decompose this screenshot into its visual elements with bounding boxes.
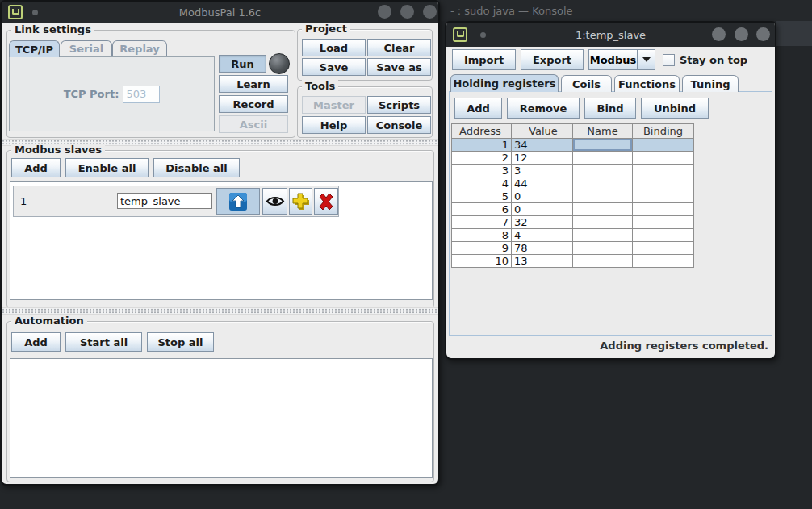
bind-button[interactable]: Bind xyxy=(584,98,636,119)
register-address-cell[interactable]: 6 xyxy=(452,203,512,216)
register-address-cell[interactable]: 4 xyxy=(452,177,512,190)
register-value-cell[interactable]: 12 xyxy=(512,152,573,165)
register-value-cell[interactable]: 13 xyxy=(512,255,573,268)
learn-button[interactable]: Learn xyxy=(219,75,288,93)
load-button[interactable]: Load xyxy=(302,39,366,56)
remove-register-button[interactable]: Remove xyxy=(507,98,580,119)
register-address-cell[interactable]: 5 xyxy=(452,190,512,203)
table-row[interactable]: 84 xyxy=(452,229,694,242)
column-header-value[interactable]: Value xyxy=(512,124,573,139)
automation-list[interactable] xyxy=(10,358,433,478)
duplicate-slave-button[interactable] xyxy=(289,188,312,215)
maximize-button[interactable] xyxy=(735,27,748,41)
scripts-button[interactable]: Scripts xyxy=(367,96,431,114)
import-button[interactable]: Import xyxy=(452,49,516,70)
export-button[interactable]: Export xyxy=(521,49,584,70)
minimize-button[interactable] xyxy=(378,5,391,19)
close-button[interactable] xyxy=(423,5,437,19)
register-binding-cell[interactable] xyxy=(633,177,694,190)
tab-holding-registers[interactable]: Holding registers xyxy=(450,74,559,92)
maximize-button[interactable] xyxy=(400,5,414,19)
slave-enabled-toggle[interactable] xyxy=(216,188,260,215)
table-row[interactable]: 1013 xyxy=(452,255,694,268)
add-slave-button[interactable]: Add xyxy=(11,158,61,177)
register-binding-cell[interactable] xyxy=(633,190,694,203)
delete-slave-button[interactable] xyxy=(314,188,338,215)
register-name-cell[interactable] xyxy=(573,242,633,255)
register-name-cell[interactable] xyxy=(573,203,633,216)
tab-tcpip[interactable]: TCP/IP xyxy=(9,40,60,57)
register-name-cell[interactable] xyxy=(573,216,633,229)
register-binding-cell[interactable] xyxy=(633,152,694,165)
implementation-combobox[interactable]: Modbus xyxy=(588,49,638,70)
register-name-cell[interactable] xyxy=(573,190,633,203)
register-address-cell[interactable]: 9 xyxy=(452,242,512,255)
register-value-cell[interactable]: 78 xyxy=(512,242,573,255)
slave-name-input[interactable] xyxy=(117,193,212,209)
register-binding-cell[interactable] xyxy=(633,165,694,177)
clear-button[interactable]: Clear xyxy=(367,39,431,56)
console-button[interactable]: Console xyxy=(367,116,431,134)
modbuspal-titlebar[interactable]: ModbusPal 1.6c xyxy=(2,2,438,23)
register-value-cell[interactable]: 32 xyxy=(512,216,573,229)
slave-titlebar[interactable]: 1:temp_slave xyxy=(446,23,775,47)
stay-on-top-checkbox[interactable] xyxy=(663,54,675,66)
slave-row[interactable]: 1 xyxy=(13,186,339,217)
register-address-cell[interactable]: 10 xyxy=(452,255,512,268)
tab-functions[interactable]: Functions xyxy=(614,75,680,92)
register-address-cell[interactable]: 3 xyxy=(452,165,512,177)
table-row[interactable]: 732 xyxy=(452,216,694,229)
register-name-cell[interactable] xyxy=(573,165,633,177)
combobox-arrow-button[interactable] xyxy=(637,49,655,70)
minimize-button[interactable] xyxy=(712,27,726,41)
register-binding-cell[interactable] xyxy=(633,139,694,152)
register-value-cell[interactable]: 0 xyxy=(512,190,573,203)
register-name-cell[interactable] xyxy=(573,255,633,268)
register-value-cell[interactable]: 44 xyxy=(512,177,573,190)
tab-tuning[interactable]: Tuning xyxy=(682,75,739,92)
add-automation-button[interactable]: Add xyxy=(11,332,61,352)
table-row[interactable]: 60 xyxy=(452,203,694,216)
enable-all-button[interactable]: Enable all xyxy=(65,158,149,177)
column-header-name[interactable]: Name xyxy=(573,124,633,139)
run-toggle-button[interactable]: Run xyxy=(219,55,266,73)
tcp-port-input[interactable] xyxy=(123,86,160,103)
register-name-cell[interactable] xyxy=(573,139,633,152)
register-name-cell[interactable] xyxy=(573,229,633,242)
register-value-cell[interactable]: 4 xyxy=(512,229,573,242)
register-value-cell[interactable]: 0 xyxy=(512,203,573,216)
register-binding-cell[interactable] xyxy=(633,216,694,229)
register-binding-cell[interactable] xyxy=(633,229,694,242)
register-address-cell[interactable]: 8 xyxy=(452,229,512,242)
register-address-cell[interactable]: 2 xyxy=(452,152,512,165)
add-register-button[interactable]: Add xyxy=(454,98,502,119)
register-address-cell[interactable]: 1 xyxy=(452,139,512,152)
column-header-address[interactable]: Address xyxy=(452,124,512,139)
register-value-cell[interactable]: 3 xyxy=(512,165,573,177)
table-row[interactable]: 978 xyxy=(452,242,694,255)
unbind-button[interactable]: Unbind xyxy=(641,98,709,119)
register-binding-cell[interactable] xyxy=(633,255,694,268)
record-button[interactable]: Record xyxy=(219,95,288,113)
stop-all-button[interactable]: Stop all xyxy=(147,332,214,352)
close-button[interactable] xyxy=(756,27,770,41)
view-slave-button[interactable] xyxy=(262,188,287,215)
table-row[interactable]: 33 xyxy=(452,165,694,177)
register-binding-cell[interactable] xyxy=(633,242,694,255)
column-header-binding[interactable]: Binding xyxy=(633,124,694,139)
tab-serial[interactable]: Serial xyxy=(61,40,112,56)
register-address-cell[interactable]: 7 xyxy=(452,216,512,229)
registers-table[interactable]: AddressValueNameBinding13421233444506073… xyxy=(451,123,694,268)
save-as-button[interactable]: Save as xyxy=(367,58,431,76)
tab-coils[interactable]: Coils xyxy=(561,75,612,92)
help-button[interactable]: Help xyxy=(302,116,366,134)
background-window-titlebar[interactable]: - : sudo java — Konsole xyxy=(441,0,812,21)
table-row[interactable]: 212 xyxy=(452,152,694,165)
slaves-list[interactable]: 1 xyxy=(10,181,433,300)
table-row[interactable]: 50 xyxy=(452,190,694,203)
register-value-cell[interactable]: 34 xyxy=(512,139,573,152)
splitter-divider-2[interactable] xyxy=(2,307,438,315)
register-binding-cell[interactable] xyxy=(633,203,694,216)
table-row[interactable]: 444 xyxy=(452,177,694,190)
start-all-button[interactable]: Start all xyxy=(65,332,142,352)
